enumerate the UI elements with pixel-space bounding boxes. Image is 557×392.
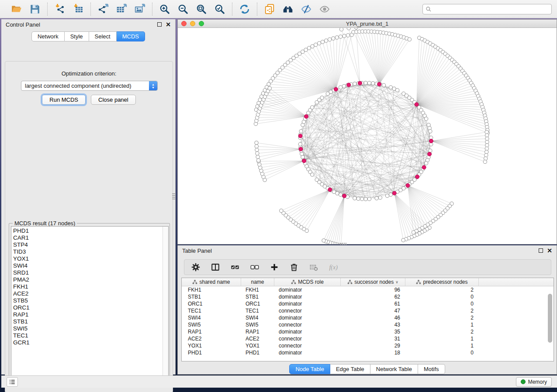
table-scrollbar[interactable] <box>547 288 553 359</box>
float-panel-icon[interactable] <box>157 22 162 27</box>
cell-MCDS-role: dominator <box>274 294 341 300</box>
columns-icon[interactable] <box>209 261 221 273</box>
gear-icon[interactable] <box>190 261 202 273</box>
column-header-predecessor-nodes[interactable]: predecessor nodes <box>405 278 479 286</box>
table-row[interactable]: YOX1YOX1connector291 <box>182 342 554 349</box>
mcds-result-title: MCDS result (17 nodes) <box>13 220 77 227</box>
table-row[interactable]: TEC1TEC1connector472 <box>182 307 554 314</box>
column-header-shared-name[interactable]: shared name <box>182 278 241 286</box>
tab-edge-table[interactable]: Edge Table <box>330 364 370 374</box>
mcds-result-item[interactable]: GCR1 <box>13 339 163 346</box>
column-header-name[interactable]: name <box>241 278 274 286</box>
control-panel-title: Control Panel <box>6 21 40 28</box>
sitemap-icon <box>192 279 197 285</box>
zoom-in-icon[interactable] <box>159 3 171 15</box>
tab-network-table[interactable]: Network Table <box>370 364 418 374</box>
table-panel: Table Panel ✕ f(x) shared namenameMCDS r… <box>177 245 557 375</box>
cell-predecessor-nodes: 2 <box>405 287 479 293</box>
criterion-select[interactable]: largest connected component (undirected)… <box>21 81 158 91</box>
save-session-icon[interactable] <box>29 3 41 15</box>
cell-shared-name: YOX1 <box>182 343 241 349</box>
cell-name: ORC1 <box>241 301 274 307</box>
table-row[interactable]: STB1STB1dominator620 <box>182 293 554 300</box>
close-panel-button[interactable]: Close panel <box>91 95 136 105</box>
run-mcds-button[interactable]: Run MCDS <box>42 95 86 105</box>
import-table-icon[interactable] <box>72 3 84 15</box>
mcds-result-item[interactable]: SWI4 <box>13 262 163 269</box>
tab-mcds[interactable]: MCDS <box>117 31 145 41</box>
svg-text:f(x): f(x) <box>329 264 338 271</box>
mcds-result-group: MCDS result (17 nodes) PHD1CAR1STP4TID3Y… <box>9 223 170 386</box>
zoom-out-icon[interactable] <box>177 3 189 15</box>
add-column-icon[interactable] <box>268 261 280 273</box>
table-scrollbar-thumb[interactable] <box>548 294 552 343</box>
cell-name: ACE2 <box>241 336 274 342</box>
tab-style[interactable]: Style <box>65 31 89 41</box>
delete-column-icon[interactable] <box>288 261 300 273</box>
tab-node-table[interactable]: Node Table <box>289 364 330 374</box>
mcds-result-item[interactable]: PMA2 <box>13 276 163 283</box>
open-file-icon[interactable] <box>10 3 23 15</box>
tab-network[interactable]: Network <box>31 31 65 41</box>
zoom-selected-icon[interactable] <box>214 3 226 15</box>
cell-name: STB1 <box>241 294 274 300</box>
mcds-result-item[interactable]: ORC1 <box>13 304 163 311</box>
close-table-panel-icon[interactable]: ✕ <box>547 248 552 253</box>
mcds-list-scrollbar[interactable] <box>163 227 168 385</box>
vertical-splitter[interactable] <box>172 193 175 201</box>
zoom-fit-icon[interactable] <box>195 3 208 15</box>
memory-button[interactable]: Memory <box>516 377 552 387</box>
mcds-result-item[interactable]: STP4 <box>13 241 163 248</box>
table-row[interactable]: SWI5SWI5connector431 <box>182 321 554 328</box>
export-image-icon[interactable] <box>134 3 146 15</box>
mcds-result-list[interactable]: PHD1CAR1STP4TID3YOX1SWI4SRD1PMA2FKH1ACE2… <box>11 226 169 385</box>
tab-motifs[interactable]: Motifs <box>418 364 445 374</box>
mcds-result-item[interactable]: TID3 <box>13 248 163 255</box>
mcds-result-item[interactable]: ACE2 <box>13 290 163 297</box>
table-row[interactable]: SWI4SWI4dominator462 <box>182 314 554 321</box>
refresh-icon[interactable] <box>239 3 251 15</box>
cell-name: RAP1 <box>241 329 274 335</box>
deselect-all-icon[interactable] <box>249 261 261 273</box>
search-box[interactable] <box>422 4 552 14</box>
network-titlebar[interactable]: YPA_prune.txt_1 <box>178 20 557 28</box>
table-row[interactable]: FKH1FKH1dominator962 <box>182 286 554 293</box>
cell-MCDS-role: dominator <box>274 315 341 321</box>
horizontal-splitter[interactable] <box>340 243 348 245</box>
float-table-panel-icon[interactable] <box>539 248 543 253</box>
cell-name: PHD1 <box>241 350 274 356</box>
cell-predecessor-nodes: 1 <box>405 322 479 328</box>
mcds-result-item[interactable]: SWI5 <box>13 325 163 332</box>
mcds-result-item[interactable]: CAR1 <box>13 234 163 241</box>
table-row[interactable]: RAP1RAP1dominator352 <box>182 328 554 335</box>
mcds-result-item[interactable]: SRD1 <box>13 269 163 276</box>
column-header-successor-nodes[interactable]: successor nodes∨ <box>341 278 405 286</box>
mcds-result-item[interactable]: PHD1 <box>13 227 163 234</box>
cell-name: FKH1 <box>241 287 274 293</box>
export-network-icon[interactable] <box>97 3 109 15</box>
column-header-MCDS-role[interactable]: MCDS role <box>274 278 341 286</box>
mcds-result-item[interactable]: FKH1 <box>13 283 163 290</box>
delete-table-icon <box>308 261 320 273</box>
task-history-button[interactable] <box>7 377 18 387</box>
table-header-row: shared namenameMCDS rolesuccessor nodes∨… <box>182 278 554 286</box>
mcds-result-item[interactable]: STB1 <box>13 318 163 325</box>
tab-select[interactable]: Select <box>89 31 117 41</box>
export-table-icon[interactable] <box>115 3 128 15</box>
hide-panel-icon[interactable] <box>300 3 312 15</box>
select-all-icon[interactable] <box>229 261 241 273</box>
table-row[interactable]: ORC1ORC1dominator610 <box>182 300 554 307</box>
mcds-result-item[interactable]: STB5 <box>13 297 163 304</box>
cell-successor-nodes: 18 <box>341 350 405 356</box>
search-input[interactable] <box>433 6 549 12</box>
close-panel-icon[interactable]: ✕ <box>166 22 171 27</box>
mcds-result-item[interactable]: YOX1 <box>13 255 163 262</box>
table-row[interactable]: PHD1PHD1dominator180 <box>182 349 554 356</box>
table-row[interactable]: ACE2ACE2connector311 <box>182 335 554 342</box>
import-network-icon[interactable] <box>54 3 66 15</box>
network-doc-icon[interactable] <box>263 3 276 15</box>
mcds-result-item[interactable]: RAP1 <box>13 311 163 318</box>
mcds-result-item[interactable]: TEC1 <box>13 332 163 339</box>
search-binoculars-icon[interactable] <box>282 3 294 15</box>
network-canvas[interactable] <box>178 28 557 244</box>
